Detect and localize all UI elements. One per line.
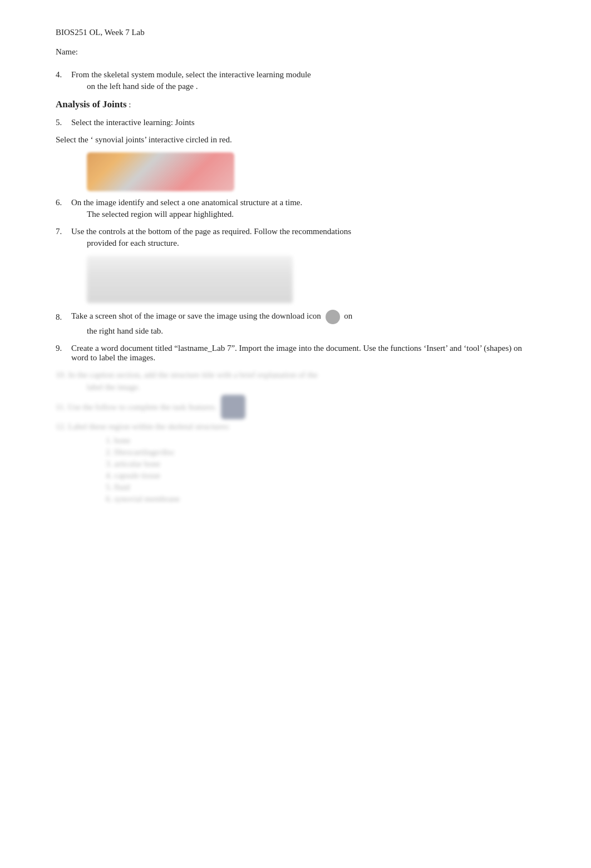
item-7: 7. Use the controls at the bottom of the…: [56, 227, 535, 248]
item-6-sub: The selected region will appear highligh…: [56, 210, 535, 219]
controls-image: [87, 256, 293, 303]
item-9: 9. Create a word document titled “lastna…: [56, 344, 535, 363]
synovial-joints-image: [87, 152, 234, 191]
item-9-number: 9.: [56, 344, 71, 353]
item-6-number: 6.: [56, 198, 71, 207]
download-icon: [326, 310, 340, 324]
analysis-colon: :: [129, 100, 131, 109]
name-line: Name:: [56, 47, 535, 57]
item-5-text: Select the interactive learning: Joints: [71, 118, 535, 127]
item-6-text: On the image identify and select a one a…: [71, 198, 535, 207]
document-title: BIOS251 OL, Week 7 Lab: [56, 28, 535, 37]
item-4-number: 4.: [56, 70, 71, 80]
list-item-1: bone: [106, 436, 535, 445]
blurred-line-10: 10. In the caption section, add the stru…: [56, 370, 535, 380]
item-9-text: Create a word document titled “lastname_…: [71, 344, 535, 363]
item-7-sub: provided for each structure.: [56, 239, 535, 248]
blurred-text-12: 12. Label these region within the skelet…: [56, 422, 230, 431]
blurred-line-12: 12. Label these region within the skelet…: [56, 422, 535, 431]
item-8-sub: the right hand side tab.: [56, 326, 535, 336]
page-header: BIOS251 OL, Week 7 Lab: [56, 28, 535, 37]
analysis-heading: Analysis of Joints: [56, 99, 127, 110]
list-item-2: fibrocartilage/disc: [106, 448, 535, 457]
item-7-number: 7.: [56, 227, 71, 236]
blurred-text-11: 11. Use the follow to complete the task …: [56, 403, 216, 412]
dark-square-icon: [221, 395, 245, 419]
item-5-number: 5.: [56, 118, 71, 127]
analysis-heading-block: Analysis of Joints :: [56, 99, 535, 110]
name-label: Name:: [56, 47, 78, 56]
item-4-sub: on the left hand side of the page .: [56, 82, 535, 91]
blurred-sub-10-text: label the image.: [87, 383, 140, 391]
blurred-section: 10. In the caption section, add the stru…: [56, 370, 535, 504]
blurred-text-10: 10. In the caption section, add the stru…: [56, 370, 318, 380]
list-item-4: capsule tissue: [106, 471, 535, 480]
item-4-text: From the skeletal system module, select …: [71, 70, 535, 80]
item-8: 8. Take a screen shot of the image or sa…: [56, 310, 535, 336]
blurred-sub-10: label the image.: [56, 383, 535, 392]
item-8-number: 8.: [56, 313, 71, 322]
item-4: 4. From the skeletal system module, sele…: [56, 70, 535, 91]
item-7-text: Use the controls at the bottom of the pa…: [71, 227, 535, 236]
synovial-line: Select the ‘ synovial joints’ interactiv…: [56, 135, 535, 145]
list-item-6: synovial membrane: [106, 494, 535, 504]
item-8-text: Take a screen shot of the image or save …: [71, 310, 535, 324]
list-item-3: articular bone: [106, 459, 535, 469]
blurred-line-11: 11. Use the follow to complete the task …: [56, 395, 535, 419]
blurred-list: bone fibrocartilage/disc articular bone …: [56, 436, 535, 504]
synovial-text: Select the ‘ synovial joints’ interactiv…: [56, 135, 232, 144]
list-item-5: fluid: [106, 483, 535, 492]
item-6: 6. On the image identify and select a on…: [56, 198, 535, 219]
item-5: 5. Select the interactive learning: Join…: [56, 118, 535, 127]
